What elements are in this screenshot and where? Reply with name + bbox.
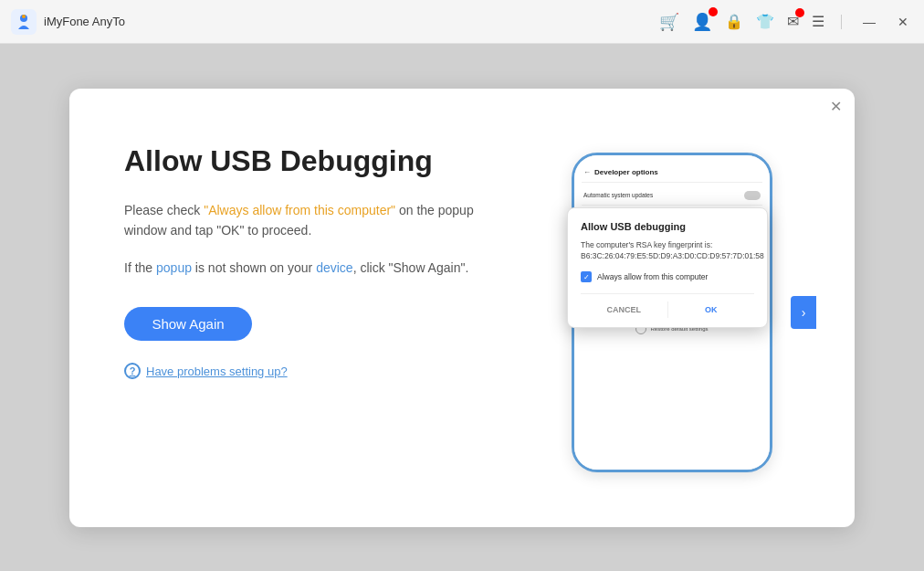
usb-dialog-buttons: CANCEL OK [581,293,754,318]
mail-icon[interactable]: ✉ [787,13,799,30]
close-button[interactable]: ✕ [893,13,913,31]
modal-hint: If the popup is not shown on your device… [124,258,499,278]
mail-badge [795,8,804,17]
show-again-button[interactable]: Show Again [124,307,252,341]
usb-debugging-dialog: Allow USB debugging The computer's RSA k… [567,207,768,329]
svg-point-2 [22,15,26,18]
titlebar-separator [841,15,842,29]
lock-icon[interactable]: 🔒 [725,13,743,30]
side-arrow: › [791,296,816,329]
modal-desc-line2: window and tap "OK" to proceed. [124,223,311,238]
help-link-text: Have problems setting up? [146,365,288,378]
modal-close-button[interactable]: ✕ [830,100,842,114]
user-badge [709,7,718,16]
usb-dialog-checkbox-row: ✓ Always allow from this computer [581,271,754,282]
phone-screen-title: Developer options [594,168,658,176]
menu-icon[interactable]: ☰ [812,13,824,30]
modal-left-panel: Allow USB Debugging Please check "Always… [124,134,499,491]
shirt-icon[interactable]: 👕 [756,13,774,30]
usb-dialog-checkbox-label: Always allow from this computer [597,272,708,281]
cart-icon[interactable]: 🛒 [659,12,679,32]
app-logo [11,9,37,35]
usb-dialog-fingerprint: B6:3C:26:04:79:E5:5D:D9:A3:D0:CD:D9:57:7… [581,251,764,260]
usb-ok-button[interactable]: OK [668,301,755,318]
modal-title: Allow USB Debugging [124,143,499,178]
usb-cancel-button[interactable]: CANCEL [581,301,667,318]
phone-auto-updates-toggle [744,191,761,200]
phone-auto-updates-label: Automatic system updates [583,192,653,198]
phone-header: ← Developer options [582,164,762,183]
app-title: iMyFone AnyTo [44,15,659,28]
modal-desc-line1: Please check "Always allow from this com… [124,203,474,217]
minimize-button[interactable]: — [858,13,880,31]
titlebar-icons: 🛒 👤 🔒 👕 ✉ ☰ — ✕ [659,12,913,32]
modal-hint-popup: popup [156,260,192,275]
usb-dialog-body-text: The computer's RSA key fingerprint is: [581,240,712,249]
modal-desc-highlight: "Always allow from this computer" [204,203,395,217]
title-bar: iMyFone AnyTo 🛒 👤 🔒 👕 ✉ ☰ — ✕ [0,0,924,44]
help-link[interactable]: ? Have problems setting up? [124,363,499,379]
usb-dialog-checkbox[interactable]: ✓ [581,271,592,282]
phone-back-arrow: ← [583,168,591,176]
usb-dialog-body: The computer's RSA key fingerprint is: B… [581,239,754,263]
main-area: ✕ Allow USB Debugging Please check "Alwa… [0,44,924,571]
modal-description: Please check "Always allow from this com… [124,200,499,241]
help-icon: ? [124,363,141,379]
user-icon[interactable]: 👤 [692,12,712,32]
modal-right-panel: ← Developer options Automatic system upd… [535,134,809,491]
modal-card: ✕ Allow USB Debugging Please check "Alwa… [69,89,855,527]
usb-dialog-title: Allow USB debugging [581,221,754,232]
phone-row-auto-updates: Automatic system updates [582,186,762,206]
modal-hint-device: device [316,260,352,275]
